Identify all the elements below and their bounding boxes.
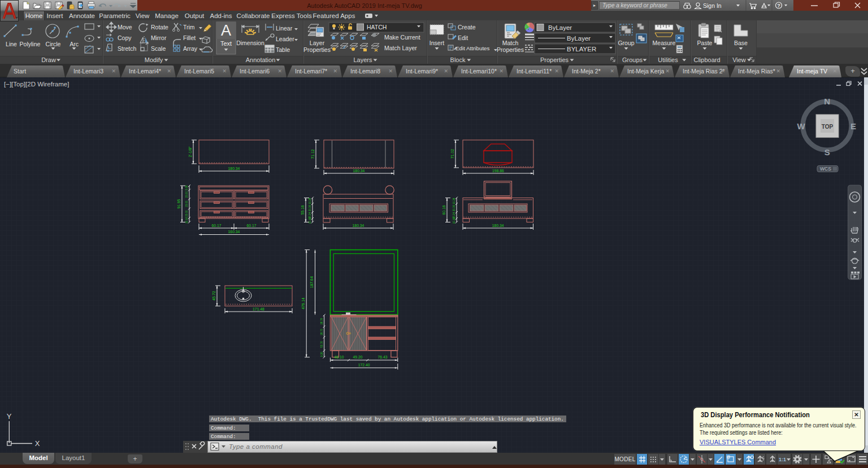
svg-text:180.34: 180.34: [353, 169, 365, 173]
svg-text:WCS: WCS: [820, 166, 831, 172]
svg-text:BYLAYER: BYLAYER: [567, 46, 596, 53]
svg-text:2'-1/8": 2'-1/8": [188, 146, 192, 158]
svg-text:476.14: 476.14: [301, 298, 305, 309]
svg-text:60.16: 60.16: [442, 205, 446, 215]
svg-text:A: A: [221, 22, 231, 39]
svg-text:23.00: 23.00: [185, 200, 188, 207]
svg-text:Y: Y: [7, 412, 12, 421]
svg-text:160.34: 160.34: [228, 230, 240, 234]
svg-text:TOP: TOP: [822, 124, 834, 130]
svg-text:180.34: 180.34: [492, 224, 504, 228]
svg-text:49.20: 49.20: [353, 355, 362, 359]
svg-text:198.86: 198.86: [492, 169, 504, 173]
svg-text:53.76: 53.76: [320, 341, 323, 348]
svg-text:ByLayer: ByLayer: [548, 24, 572, 31]
svg-text:171.48: 171.48: [253, 307, 264, 311]
svg-text:Text: Text: [220, 40, 232, 47]
svg-text:172.40: 172.40: [358, 363, 370, 367]
svg-text:1:1: 1:1: [779, 457, 786, 462]
svg-text:60.17: 60.17: [211, 224, 221, 228]
svg-text:187.64: 187.64: [310, 276, 314, 288]
svg-text:X: X: [35, 439, 40, 448]
svg-text:?: ?: [777, 3, 780, 8]
svg-text:S: S: [824, 147, 830, 157]
svg-text:ByLayer: ByLayer: [567, 35, 591, 42]
svg-text:HATCH: HATCH: [367, 24, 387, 30]
svg-text:N: N: [824, 97, 830, 106]
svg-text:28.78: 28.78: [320, 318, 323, 325]
svg-text:23.00: 23.00: [185, 191, 188, 198]
svg-text:71.02: 71.02: [450, 149, 454, 159]
svg-text:28.70: 28.70: [320, 329, 323, 335]
svg-text:45.72: 45.72: [212, 291, 216, 300]
svg-text:10.24: 10.24: [309, 198, 311, 204]
svg-text:10.24: 10.24: [453, 198, 455, 204]
svg-text:5.08: 5.08: [185, 185, 188, 190]
svg-text:180.34: 180.34: [353, 224, 364, 228]
svg-text:10.16: 10.16: [185, 217, 188, 224]
svg-text:76.43: 76.43: [377, 355, 387, 359]
svg-text:10.16: 10.16: [453, 217, 455, 224]
svg-text:23.00: 23.00: [185, 210, 188, 217]
svg-text:55.16: 55.16: [301, 205, 305, 215]
svg-text:20.36: 20.36: [453, 204, 455, 211]
svg-text:46.10: 46.10: [334, 355, 344, 359]
svg-text:9.26: 9.26: [320, 352, 323, 357]
svg-text:W: W: [797, 121, 805, 131]
svg-text:71.12: 71.12: [311, 149, 315, 159]
svg-text:10.16: 10.16: [309, 217, 311, 224]
svg-text:E: E: [850, 121, 856, 131]
svg-text:20.36: 20.36: [309, 204, 311, 211]
svg-text:60.17: 60.17: [246, 224, 256, 228]
svg-text:91.95: 91.95: [177, 199, 181, 209]
svg-text:180.34: 180.34: [228, 167, 240, 170]
